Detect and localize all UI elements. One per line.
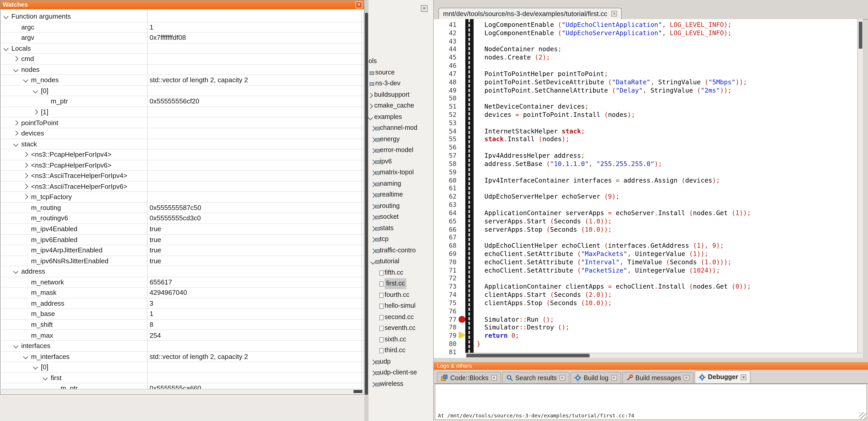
tree-item-source[interactable]: source (369, 67, 433, 78)
line-number[interactable]: 50 (434, 94, 457, 103)
expand-chevron-icon[interactable] (13, 131, 19, 136)
code-text[interactable]: pointToPoint.SetChannelAttribute ("Delay… (477, 86, 732, 94)
tree-item-error-model[interactable]: error-model (369, 145, 433, 156)
expand-chevron-icon[interactable] (23, 152, 28, 157)
code-text[interactable]: ApplicationContainer clientApps = echoCl… (477, 282, 751, 291)
collapse-chevron-icon[interactable] (13, 269, 19, 274)
expand-chevron-icon[interactable] (13, 56, 19, 61)
code-text[interactable]: return 0; (477, 331, 519, 340)
collapse-chevron-icon[interactable] (43, 375, 48, 380)
watch-row[interactable]: first (1, 373, 363, 383)
code-text[interactable]: Ipv4InterfaceContainer interfaces = addr… (477, 176, 720, 184)
line-number[interactable]: 81 (434, 348, 457, 356)
line-number[interactable]: 42 (434, 29, 457, 37)
watch-row[interactable]: m_nodesstd::vector of length 2, capacity… (1, 75, 363, 86)
code-text[interactable]: Ipv4AddressHelper address; (477, 152, 585, 160)
line-number[interactable]: 79 (434, 331, 457, 340)
tree-item-routing[interactable]: routing (369, 200, 433, 212)
line-number[interactable]: 47 (434, 70, 457, 78)
tree-item-energy[interactable]: energy (369, 134, 433, 145)
logs-tab-search-results[interactable]: Search results× (502, 372, 569, 383)
line-number[interactable]: 48 (434, 78, 457, 86)
code-text[interactable]: NodeContainer nodes; (477, 45, 562, 54)
collapse-chevron-icon[interactable] (368, 115, 373, 120)
tree-item-udp[interactable]: udp (369, 356, 433, 367)
line-number[interactable]: 54 (434, 127, 457, 135)
watch-row[interactable]: m_ipv6NsRsJitterEnabledtrue (1, 256, 363, 266)
watch-row[interactable]: m_network655617 (1, 277, 363, 288)
resize-grip[interactable] (859, 412, 866, 419)
watch-row[interactable]: m_routing0x555555587c50 (1, 203, 363, 213)
close-icon[interactable]: × (355, 2, 362, 8)
watch-row[interactable]: m_ipv4ArpJitterEnabledtrue (1, 245, 363, 256)
code-text[interactable]: clientApps.Start (Seconds (2.0)); (477, 291, 612, 299)
watch-row[interactable]: Locals (1, 43, 363, 54)
expand-chevron-icon[interactable] (23, 194, 28, 200)
line-number[interactable]: 73 (434, 282, 457, 291)
tree-item-tcp[interactable]: tcp (369, 234, 433, 245)
close-icon[interactable]: × (421, 5, 428, 12)
line-number[interactable]: 58 (434, 160, 457, 168)
watch-row[interactable]: cmd (1, 54, 363, 64)
code-text[interactable]: address.SetBase ("10.1.1.0", "255.255.25… (477, 160, 662, 168)
close-icon[interactable]: × (491, 375, 497, 381)
line-number[interactable]: 66 (434, 225, 457, 233)
tree-item-sixth-cc[interactable]: sixth.cc (369, 334, 433, 345)
line-number[interactable]: 64 (434, 209, 457, 217)
close-icon[interactable]: × (611, 11, 617, 17)
code-text[interactable]: stack.Install (nodes); (477, 135, 569, 143)
tree-item-tutorial[interactable]: tutorial (369, 256, 433, 267)
tree-item-examples[interactable]: examples (369, 111, 433, 123)
watch-row[interactable]: [0] (1, 362, 363, 373)
logs-tab-build-log[interactable]: Build log× (570, 372, 621, 383)
tree-item-traffic-contro[interactable]: traffic-contro (369, 245, 433, 256)
close-icon[interactable]: × (611, 375, 617, 381)
watch-row[interactable]: [0] (1, 86, 363, 96)
line-number[interactable]: 45 (434, 54, 457, 62)
line-number[interactable]: 71 (434, 266, 457, 274)
code-text[interactable]: ApplicationContainer serverApps = echoSe… (477, 209, 751, 217)
editor-vertical-scrollbar[interactable] (857, 19, 863, 353)
code-text[interactable]: LogComponentEnable ("UdpEchoServerApplic… (477, 29, 732, 37)
tree-item-udp-client-se[interactable]: udp-client-se (369, 367, 433, 378)
tree-item-wireless[interactable]: wireless (369, 378, 433, 389)
watch-row[interactable]: m_routingv60x5555555cd3c0 (1, 213, 363, 224)
expand-chevron-icon[interactable] (370, 148, 375, 153)
line-number[interactable]: 60 (434, 176, 457, 184)
watch-row[interactable]: m_mask4294967040 (1, 288, 363, 298)
watch-row[interactable]: interfaces (1, 341, 363, 351)
code-area[interactable]: 41 LogComponentEnable ("UdpEchoClientApp… (434, 19, 863, 358)
watches-horizontal-scrollbar[interactable] (1, 389, 363, 394)
line-number[interactable]: 80 (434, 340, 457, 348)
code-text[interactable]: PointToPointHelper pointToPoint; (477, 70, 608, 78)
line-number[interactable]: 49 (434, 86, 457, 94)
line-number[interactable]: 51 (434, 102, 457, 111)
code-text[interactable]: serverApps.Stop (Seconds (10.0)); (477, 225, 612, 233)
editor-vscroll-thumb[interactable] (859, 22, 862, 48)
tree-item-realtime[interactable]: realtime (369, 189, 433, 200)
code-text[interactable]: echoClient.SetAttribute ("Interval", Tim… (477, 258, 732, 266)
code-text[interactable]: nodes.Create (2); (477, 54, 550, 62)
expand-chevron-icon[interactable] (370, 126, 375, 131)
watches-column-divider-2[interactable] (361, 9, 362, 389)
projects-scrollbar-thumb[interactable] (365, 13, 368, 395)
expand-chevron-icon[interactable] (370, 193, 375, 198)
line-number[interactable]: 46 (434, 62, 457, 70)
collapse-chevron-icon[interactable] (370, 259, 375, 264)
code-text[interactable]: echoClient.SetAttribute ("PacketSize", U… (477, 266, 720, 274)
watch-row[interactable]: devices (1, 128, 363, 139)
expand-chevron-icon[interactable] (370, 204, 375, 209)
line-number[interactable]: 69 (434, 250, 457, 258)
line-number[interactable]: 61 (434, 184, 457, 193)
line-number[interactable]: 75 (434, 299, 457, 307)
watches-scrollbar-thumb[interactable] (353, 390, 362, 393)
collapse-chevron-icon[interactable] (13, 343, 19, 348)
watch-row[interactable]: Function arguments (1, 11, 363, 22)
watch-row[interactable]: m_shift8 (1, 320, 363, 330)
breakpoint-icon[interactable] (459, 316, 465, 322)
expand-chevron-icon[interactable] (370, 248, 375, 253)
watch-row[interactable]: stack (1, 139, 363, 150)
watch-row[interactable]: m_ipv4Enabledtrue (1, 224, 363, 234)
tree-item-ipv6[interactable]: ipv6 (369, 156, 433, 167)
close-icon[interactable]: × (684, 375, 689, 381)
